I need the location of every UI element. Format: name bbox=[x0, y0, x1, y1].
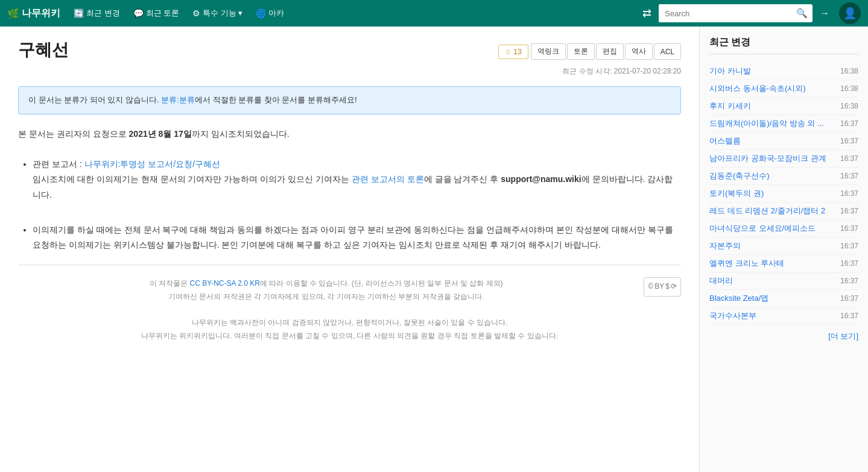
main-content: 본 문서는 권리자의 요청으로 2021년 8월 17일까지 임시조치되었습니다… bbox=[18, 127, 681, 253]
sidebar-time: 16:37 bbox=[840, 119, 858, 128]
sidebar-time: 16:37 bbox=[840, 294, 858, 303]
page-footer: © BY $ ⟳ 이 저작물은 CC BY-NC-SA 2.0 KR에 따라 이… bbox=[18, 277, 681, 342]
cc-icon: © bbox=[648, 280, 653, 294]
nav-icon-arca: 🌀 bbox=[256, 8, 266, 18]
sidebar-time: 16:37 bbox=[840, 259, 858, 268]
sidebar-link[interactable]: 레드 데드 리뎀션 2/줄거리/챕터 2 bbox=[709, 206, 835, 216]
sidebar-link[interactable]: 후지 키세키 bbox=[709, 101, 835, 112]
license-link[interactable]: CC BY-NC-SA 2.0 KR bbox=[190, 279, 260, 288]
sidebar-item[interactable]: 김동준(축구선수) 16:37 bbox=[709, 168, 858, 185]
sidebar-link[interactable]: 시외버스 동서울-속초(시외) bbox=[709, 83, 835, 94]
user-icon-button[interactable]: 👤 bbox=[839, 2, 861, 24]
page-title: 구혜선 bbox=[18, 39, 69, 61]
copyright-line: 기여하신 문서의 저작권은 각 기여자에게 있으며, 각 기여자는 기여하신 부… bbox=[18, 291, 681, 304]
sidebar-link[interactable]: 드림캐쳐(아이돌)/음악 방송 외 ... bbox=[709, 118, 835, 129]
action-btn-history[interactable]: 역사 bbox=[625, 43, 653, 60]
sidebar-link[interactable]: 국가수사본부 bbox=[709, 310, 835, 321]
report-discussion-link[interactable]: 관련 보고서의 토론 bbox=[352, 174, 424, 184]
sidebar-item[interactable]: 대머리 16:37 bbox=[709, 272, 858, 290]
sidebar-link[interactable]: 남아프리카 공화국-모잠비크 관계 bbox=[709, 153, 835, 164]
sa-icon: ⟳ bbox=[671, 280, 677, 294]
sidebar-time: 16:37 bbox=[840, 207, 858, 215]
sidebar-link[interactable]: 자본주의 bbox=[709, 241, 835, 251]
content-area: 구혜선 ☆ 13 역링크토론편집역사ACL 최근 수정 시각: 2021-07-… bbox=[0, 27, 699, 472]
sidebar-time: 16:37 bbox=[840, 312, 858, 320]
nav-item-special-features[interactable]: ⚙특수 기능 ▾ bbox=[186, 4, 249, 22]
by-icon: BY bbox=[654, 280, 664, 294]
nav-icon-special-features: ⚙ bbox=[192, 8, 200, 18]
notice-text-after: 에서 적절한 분류를 찾아 문서를 분류해주세요! bbox=[195, 95, 357, 104]
sidebar-link[interactable]: 어스렐름 bbox=[709, 136, 835, 146]
search-bar: 🔍 bbox=[659, 4, 813, 22]
report-link[interactable]: 나무위키:투명성 보고서/요청/구혜선 bbox=[84, 159, 221, 169]
support-email: support@namu.wiki bbox=[501, 174, 581, 184]
sidebar-item[interactable]: 마녀식당으로 오세요/에피소드 16:37 bbox=[709, 220, 858, 238]
classification-notice: 이 문서는 분류가 되어 있지 않습니다. 분류:분류에서 적절한 분류를 찾아… bbox=[18, 86, 681, 115]
disclaimer1: 나무위키는 백과사전이 아니며 검증되지 않았거나, 편향적이거나, 잘못된 서… bbox=[18, 316, 681, 330]
nav-item-arca[interactable]: 🌀아카 bbox=[250, 4, 290, 22]
star-icon: ☆ bbox=[505, 48, 512, 56]
action-btn-edit[interactable]: 편집 bbox=[596, 43, 624, 60]
sidebar-item[interactable]: 레드 데드 리뎀션 2/줄거리/챕터 2 16:37 bbox=[709, 203, 858, 220]
nc-icon: $ bbox=[665, 280, 670, 294]
sidebar-item[interactable]: 어스렐름 16:37 bbox=[709, 133, 858, 150]
sidebar-time: 16:38 bbox=[840, 102, 858, 110]
search-button[interactable]: 🔍 bbox=[791, 4, 813, 22]
sidebar-item[interactable]: 엘퀴엔 크리노 루사테 16:37 bbox=[709, 255, 858, 272]
star-count: 13 bbox=[513, 48, 521, 56]
sidebar-time: 16:37 bbox=[840, 224, 858, 233]
sidebar-link[interactable]: 토키(북두의 권) bbox=[709, 188, 835, 199]
action-btn-acl[interactable]: ACL bbox=[654, 43, 681, 60]
site-logo[interactable]: 🌿 나무위키 bbox=[7, 7, 60, 20]
sidebar-title: 최근 변경 bbox=[709, 36, 858, 54]
sidebar-item[interactable]: 기아 카니발 16:38 bbox=[709, 63, 858, 80]
sidebar-link[interactable]: 기아 카니발 bbox=[709, 66, 835, 77]
license-line: 이 저작물은 CC BY-NC-SA 2.0 KR에 따라 이용할 수 있습니다… bbox=[18, 277, 681, 291]
bullet-item-2: 이의제기를 하실 때에는 전체 문서 복구에 대해 책임과 동의를 하겠다는 점… bbox=[33, 222, 681, 253]
action-btn-discussion[interactable]: 토론 bbox=[567, 43, 595, 60]
nav-item-recent-discussion[interactable]: 💬최근 토론 bbox=[127, 4, 186, 22]
sidebar-time: 16:37 bbox=[840, 154, 858, 163]
sidebar: 최근 변경 기아 카니발 16:38 시외버스 동서울-속초(시외) 16:38… bbox=[699, 27, 868, 472]
action-btn-backlink[interactable]: 역링크 bbox=[531, 43, 566, 60]
page-meta: 최근 수정 시각: 2021-07-20 02:28:20 bbox=[18, 66, 681, 77]
sidebar-time: 16:37 bbox=[840, 242, 858, 250]
sidebar-item[interactable]: 후지 키세키 16:38 bbox=[709, 98, 858, 115]
search-go-button[interactable]: → bbox=[815, 4, 834, 22]
top-navigation: 🌿 나무위키 🔄최근 변경💬최근 토론⚙특수 기능 ▾🌀아카 ⇄ 🔍 → 👤 bbox=[0, 0, 868, 27]
star-button[interactable]: ☆ 13 bbox=[498, 45, 528, 59]
sidebar-item[interactable]: 시외버스 동서울-속초(시외) 16:38 bbox=[709, 80, 858, 98]
sidebar-item[interactable]: 국가수사본부 16:37 bbox=[709, 307, 858, 325]
nav-item-recent-changes[interactable]: 🔄최근 변경 bbox=[68, 4, 126, 22]
sidebar-time: 16:38 bbox=[840, 84, 858, 93]
logo-text: 나무위키 bbox=[22, 7, 60, 20]
search-input[interactable] bbox=[659, 4, 791, 22]
logo-icon: 🌿 bbox=[7, 8, 19, 19]
license-icons: © BY $ ⟳ bbox=[644, 277, 681, 297]
nav-icon-recent-discussion: 💬 bbox=[133, 8, 144, 18]
sidebar-time: 16:37 bbox=[840, 137, 858, 145]
sidebar-link[interactable]: 마녀식당으로 오세요/에피소드 bbox=[709, 223, 835, 234]
disclaimer2: 나무위키는 위키위키입니다. 여러분이 직접 문서를 고칠 수 있으며, 다른 … bbox=[18, 330, 681, 343]
action-buttons: 역링크토론편집역사ACL bbox=[531, 43, 681, 60]
sidebar-link[interactable]: 김동준(축구선수) bbox=[709, 171, 835, 181]
bullet-item-1: 관련 보고서 : 나무위키:투명성 보고서/요청/구혜선 임시조치에 대한 이의… bbox=[33, 157, 681, 203]
nav-items: 🔄최근 변경💬최근 토론⚙특수 기능 ▾🌀아카 bbox=[68, 4, 290, 22]
sidebar-item[interactable]: 자본주의 16:37 bbox=[709, 238, 858, 255]
nav-label-recent-changes: 최근 변경 bbox=[86, 8, 120, 19]
page-header: 구혜선 ☆ 13 역링크토론편집역사ACL bbox=[18, 39, 681, 61]
sidebar-link[interactable]: Blacksite Zeta/맵 bbox=[709, 293, 835, 304]
sidebar-item[interactable]: 드림캐쳐(아이돌)/음악 방송 외 ... 16:37 bbox=[709, 115, 858, 133]
sidebar-items: 기아 카니발 16:38 시외버스 동서울-속초(시외) 16:38 후지 키세… bbox=[709, 63, 858, 325]
temp-date: 2021년 8월 17일 bbox=[129, 129, 192, 139]
classification-link[interactable]: 분류:분류 bbox=[161, 95, 195, 104]
sidebar-more-link[interactable]: [더 보기] bbox=[709, 331, 858, 342]
sidebar-time: 16:38 bbox=[840, 67, 858, 75]
random-icon[interactable]: ⇄ bbox=[638, 3, 656, 24]
sidebar-item[interactable]: 남아프리카 공화국-모잠비크 관계 16:37 bbox=[709, 150, 858, 168]
sidebar-link[interactable]: 엘퀴엔 크리노 루사테 bbox=[709, 258, 835, 269]
sidebar-item[interactable]: Blacksite Zeta/맵 16:37 bbox=[709, 290, 858, 307]
sidebar-item[interactable]: 토키(북두의 권) 16:37 bbox=[709, 185, 858, 203]
sidebar-link[interactable]: 대머리 bbox=[709, 275, 835, 286]
nav-label-arca: 아카 bbox=[268, 8, 284, 19]
